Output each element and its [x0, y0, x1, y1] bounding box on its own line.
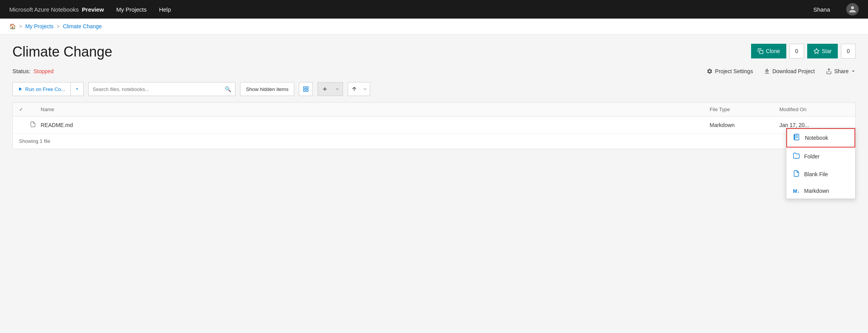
svg-marker-1 — [814, 48, 819, 53]
main-content: Climate Change Clone 0 Star 0 Status: St… — [0, 34, 868, 158]
top-navigation: Microsoft Azure Notebooks Preview My Pro… — [0, 0, 868, 19]
svg-marker-3 — [19, 88, 22, 91]
run-chevron-down-icon — [75, 87, 79, 91]
project-settings-link[interactable]: Project Settings — [707, 68, 753, 74]
svg-rect-6 — [304, 89, 305, 91]
view-toggle-button[interactable] — [299, 82, 313, 96]
share-icon — [826, 68, 832, 74]
share-link[interactable]: Share — [826, 68, 856, 74]
add-button-group — [317, 82, 343, 96]
dropdown-item-folder[interactable]: Folder — [786, 148, 855, 158]
folder-label: Folder — [804, 153, 820, 158]
project-title: Climate Change — [12, 44, 112, 60]
file-modified: Jan 17, 20... — [779, 122, 849, 128]
download-icon — [764, 68, 770, 74]
gear-icon — [707, 68, 713, 74]
sort-chevron-button[interactable] — [360, 82, 370, 96]
run-button-group: Run on Free Co... — [12, 82, 84, 96]
breadcrumb-sep-2: > — [57, 23, 60, 29]
folder-icon — [793, 152, 800, 158]
breadcrumb: 🏠 > My Projects > Climate Change — [0, 19, 868, 34]
user-name: Shana — [813, 6, 830, 13]
search-input[interactable] — [93, 86, 222, 92]
check-col-header: ✓ — [19, 106, 30, 112]
plus-icon — [322, 86, 328, 92]
svg-rect-0 — [760, 50, 763, 54]
status-display: Status: Stopped — [12, 68, 54, 74]
status-actions: Project Settings Download Project Share — [707, 68, 856, 74]
breadcrumb-my-projects[interactable]: My Projects — [25, 23, 53, 29]
dropdown-item-notebook[interactable]: Notebook — [786, 128, 855, 148]
nav-help[interactable]: Help — [159, 6, 171, 13]
notebook-label: Notebook — [805, 135, 828, 141]
file-icon — [30, 121, 41, 129]
clone-button[interactable]: Clone — [751, 44, 786, 58]
search-box: 🔍 — [88, 82, 235, 96]
notebook-icon — [793, 134, 801, 142]
showing-count: Showing 1 file — [13, 134, 855, 149]
file-table: ✓ Name File Type Modified On README.md M… — [12, 102, 856, 149]
svg-rect-5 — [307, 87, 309, 89]
add-chevron-down-icon — [335, 87, 340, 91]
modified-col-header: Modified On — [779, 106, 849, 112]
svg-rect-8 — [794, 134, 799, 140]
run-main-button[interactable]: Run on Free Co... — [13, 82, 71, 96]
file-table-header: ✓ Name File Type Modified On — [13, 103, 855, 117]
home-icon[interactable]: 🏠 — [9, 23, 16, 29]
status-value: Stopped — [33, 68, 53, 74]
add-dropdown-menu: Notebook Folder Blank File M↓ Markdown — [786, 128, 856, 158]
share-chevron-icon — [851, 69, 856, 74]
breadcrumb-sep-1: > — [19, 23, 22, 29]
show-hidden-button[interactable]: Show hidden items — [240, 82, 294, 96]
status-row: Status: Stopped Project Settings Downloa… — [12, 68, 856, 74]
file-type: Markdown — [710, 122, 779, 128]
star-button[interactable]: Star — [807, 44, 838, 58]
user-avatar[interactable] — [846, 3, 859, 15]
play-icon — [18, 87, 23, 91]
project-header: Climate Change Clone 0 Star 0 — [12, 44, 856, 60]
sort-main-button[interactable] — [348, 82, 360, 96]
view-icon — [303, 86, 309, 92]
sort-icon — [351, 86, 357, 92]
run-chevron-button[interactable] — [71, 82, 83, 96]
brand-name: Microsoft Azure Notebooks Preview — [9, 6, 104, 13]
add-main-button[interactable] — [318, 82, 332, 96]
sort-button-group — [348, 82, 370, 96]
file-name: README.md — [41, 122, 710, 128]
star-count: 0 — [841, 44, 856, 58]
svg-rect-4 — [304, 87, 305, 89]
nav-my-projects[interactable]: My Projects — [116, 6, 146, 13]
breadcrumb-current: Climate Change — [63, 23, 102, 29]
download-project-link[interactable]: Download Project — [764, 68, 815, 74]
status-label: Status: — [12, 68, 31, 74]
header-actions: Clone 0 Star 0 — [751, 44, 856, 58]
add-chevron-button[interactable] — [332, 82, 343, 96]
clone-count: 0 — [789, 44, 804, 58]
table-row[interactable]: README.md Markdown Jan 17, 20... — [13, 117, 855, 134]
sort-chevron-down-icon — [363, 87, 367, 91]
toolbar: Run on Free Co... 🔍 Show hidden items — [12, 82, 856, 96]
svg-rect-7 — [307, 89, 309, 91]
name-col-header: Name — [41, 106, 710, 112]
filetype-col-header: File Type — [710, 106, 779, 112]
search-icon: 🔍 — [225, 86, 231, 92]
